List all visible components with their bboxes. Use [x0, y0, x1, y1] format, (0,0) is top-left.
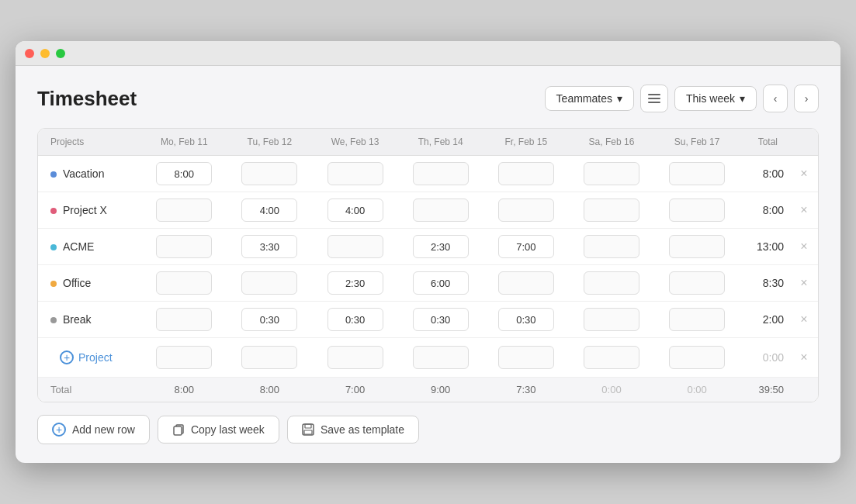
delete-row-button[interactable]: ×: [800, 277, 807, 289]
time-input-sun[interactable]: [669, 271, 725, 295]
project-name-cell: Break: [38, 302, 141, 338]
add-delete-button[interactable]: ×: [800, 351, 807, 364]
col-tue: Tu, Feb 12: [227, 129, 312, 156]
time-input-mon[interactable]: [156, 308, 212, 331]
project-name: Vacation: [63, 167, 104, 180]
total-mon: 8:00: [141, 378, 227, 402]
time-cell-mon: [141, 302, 227, 338]
time-cell-wed: [312, 265, 397, 302]
add-time-input-wed[interactable]: [327, 346, 383, 369]
time-input-wed[interactable]: [327, 308, 383, 331]
add-time-input-thu[interactable]: [413, 346, 469, 369]
time-input-sun[interactable]: [669, 162, 725, 185]
copy-label: Copy last week: [191, 423, 265, 436]
time-cell-sat: [569, 302, 654, 338]
totals-row: Total8:008:007:009:007:300:000:0039:50: [38, 378, 818, 402]
time-input-sat[interactable]: [584, 235, 639, 258]
col-sat: Sa, Feb 16: [569, 129, 654, 156]
col-thu: Th, Feb 14: [398, 129, 483, 156]
close-button[interactable]: [25, 49, 34, 58]
time-input-sun[interactable]: [669, 308, 725, 331]
list-view-button[interactable]: [640, 85, 668, 112]
week-label: This week: [686, 92, 735, 105]
time-input-tue[interactable]: [241, 162, 297, 185]
time-input-thu[interactable]: [413, 271, 469, 295]
delete-row-button[interactable]: ×: [800, 313, 807, 326]
time-cell-sun: [654, 265, 740, 302]
table-row: Project X8:00×: [38, 192, 818, 229]
prev-week-button[interactable]: ‹: [763, 85, 788, 112]
add-project-button[interactable]: +Project: [50, 350, 113, 364]
time-input-tue[interactable]: [241, 308, 297, 331]
time-input-mon[interactable]: [156, 235, 212, 258]
table-header: Projects Mo, Feb 11 Tu, Feb 12 We, Feb 1…: [38, 129, 818, 156]
time-input-sat[interactable]: [584, 198, 639, 222]
time-cell-sun: [654, 229, 740, 265]
timesheet-table: Projects Mo, Feb 11 Tu, Feb 12 We, Feb 1…: [38, 129, 818, 402]
time-input-thu[interactable]: [413, 162, 469, 185]
project-dot: [50, 208, 57, 214]
week-dropdown-icon: ▾: [740, 92, 745, 105]
chevron-left-icon: ‹: [774, 92, 778, 105]
time-input-wed[interactable]: [327, 162, 383, 185]
delete-row-button[interactable]: ×: [800, 204, 807, 216]
time-input-fri[interactable]: [498, 308, 554, 331]
add-row-button[interactable]: + Add new row: [37, 415, 150, 444]
delete-cell: ×: [790, 265, 818, 302]
col-mon: Mo, Feb 11: [141, 129, 227, 156]
time-input-mon[interactable]: [156, 198, 212, 222]
time-input-wed[interactable]: [327, 198, 383, 222]
add-time-input-sat[interactable]: [584, 346, 639, 369]
project-name-cell: ACME: [38, 229, 141, 265]
time-input-mon[interactable]: [156, 271, 212, 295]
time-input-sat[interactable]: [584, 308, 639, 331]
time-input-thu[interactable]: [413, 235, 469, 258]
time-input-sun[interactable]: [669, 198, 725, 222]
svg-rect-0: [648, 94, 660, 95]
maximize-button[interactable]: [56, 49, 65, 58]
save-template-button[interactable]: Save as template: [287, 416, 419, 444]
add-project-row: +Project0:00×: [38, 338, 818, 378]
time-input-fri[interactable]: [498, 198, 554, 222]
chevron-right-icon: ›: [805, 92, 809, 105]
next-week-button[interactable]: ›: [794, 85, 819, 112]
total-thu: 9:00: [398, 378, 483, 402]
minimize-button[interactable]: [40, 49, 50, 58]
delete-row-button[interactable]: ×: [800, 240, 807, 253]
time-input-sun[interactable]: [669, 235, 725, 258]
footer-actions: + Add new row Copy last week Save as tem…: [37, 415, 819, 444]
titlebar: [16, 41, 840, 66]
time-input-wed[interactable]: [327, 271, 383, 295]
delete-row-button[interactable]: ×: [800, 167, 807, 180]
total-sun: 0:00: [654, 378, 740, 402]
time-input-mon[interactable]: [156, 162, 212, 185]
time-input-sat[interactable]: [584, 271, 639, 295]
teammates-label: Teammates: [556, 92, 612, 105]
time-input-tue[interactable]: [241, 235, 297, 258]
copy-last-week-button[interactable]: Copy last week: [158, 416, 279, 444]
row-total: 2:00: [740, 302, 790, 338]
time-input-fri[interactable]: [498, 162, 554, 185]
add-time-input-tue[interactable]: [241, 346, 297, 369]
add-row-icon: +: [52, 423, 66, 437]
time-input-tue[interactable]: [241, 198, 297, 222]
time-input-fri[interactable]: [498, 271, 554, 295]
time-input-thu[interactable]: [413, 198, 469, 222]
project-name: ACME: [63, 240, 94, 253]
time-cell-tue: [227, 265, 312, 302]
time-cell-mon: [141, 229, 227, 265]
svg-rect-1: [648, 98, 660, 99]
add-time-input-fri[interactable]: [498, 346, 554, 369]
time-input-sat[interactable]: [584, 162, 639, 185]
time-input-thu[interactable]: [413, 308, 469, 331]
add-time-input-sun[interactable]: [669, 346, 725, 369]
row-total: 8:30: [740, 265, 790, 302]
add-delete-cell: ×: [790, 338, 818, 378]
teammates-dropdown[interactable]: Teammates ▾: [545, 86, 634, 111]
week-selector[interactable]: This week ▾: [674, 86, 757, 111]
list-icon: [648, 94, 660, 103]
time-input-wed[interactable]: [327, 235, 383, 258]
time-input-tue[interactable]: [241, 271, 297, 295]
time-input-fri[interactable]: [498, 235, 554, 258]
add-time-input-mon[interactable]: [156, 346, 212, 369]
